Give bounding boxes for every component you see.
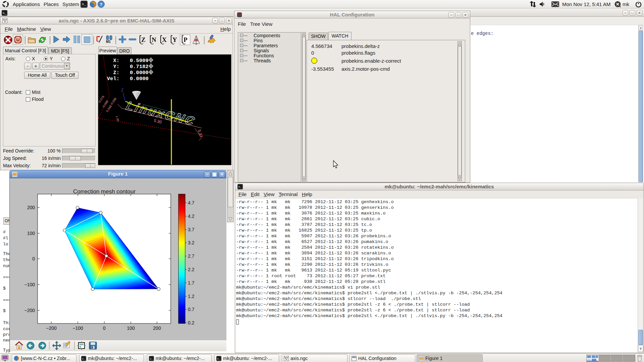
svg-text:−100: −100 — [72, 325, 83, 331]
svg-text:3.7: 3.7 — [188, 227, 195, 232]
svg-text:?: ? — [100, 2, 103, 7]
svg-text:5.37: 5.37 — [197, 129, 204, 138]
svg-text:0.0000: 0.0000 — [130, 70, 149, 76]
svg-text:−200: −200 — [24, 308, 35, 313]
svg-text:0.2: 0.2 — [188, 320, 195, 325]
svg-text:−200: −200 — [46, 325, 57, 331]
svg-text:2.7: 2.7 — [188, 253, 195, 259]
svg-text:0.7182: 0.7182 — [130, 64, 149, 70]
svg-text:P: P — [183, 36, 187, 43]
svg-text:Z: Z — [141, 36, 146, 43]
svg-text:X: X — [162, 36, 167, 43]
svg-text:>_: >_ — [238, 185, 242, 188]
svg-text:100: 100 — [27, 231, 35, 236]
svg-text:M1: M1 — [106, 40, 111, 44]
svg-text:Z: Z — [121, 88, 123, 93]
svg-text:Correction mesh contour: Correction mesh contour — [73, 188, 136, 195]
svg-text:0.5009: 0.5009 — [130, 58, 149, 64]
svg-text:Y: Y — [172, 36, 177, 43]
svg-text:−100: −100 — [24, 282, 35, 287]
svg-text:2.2: 2.2 — [188, 267, 195, 272]
svg-text:0.0000: 0.0000 — [130, 76, 149, 82]
svg-text:0: 0 — [32, 256, 35, 261]
svg-text:>_: >_ — [217, 358, 221, 360]
svg-text:4.7: 4.7 — [188, 200, 195, 205]
svg-text:100: 100 — [127, 325, 135, 331]
svg-text:>_: >_ — [3, 12, 6, 15]
svg-text:0: 0 — [103, 325, 106, 331]
svg-text:N: N — [152, 36, 156, 43]
svg-text:>_: >_ — [82, 3, 86, 6]
svg-text:>_: >_ — [82, 358, 86, 360]
svg-text:4.2: 4.2 — [188, 214, 195, 219]
svg-text:X:: X: — [113, 58, 119, 64]
svg-text:200: 200 — [153, 325, 161, 331]
svg-text:200: 200 — [27, 205, 35, 210]
svg-text:1.00: 1.00 — [115, 115, 120, 122]
svg-text:1.7: 1.7 — [188, 280, 195, 286]
svg-text:0.7: 0.7 — [188, 307, 195, 312]
svg-text:1.2: 1.2 — [188, 294, 195, 299]
svg-text:-0.088: -0.088 — [109, 97, 117, 106]
svg-text:Vel:: Vel: — [107, 76, 119, 82]
svg-text:3.2: 3.2 — [188, 240, 195, 245]
svg-text:Z:: Z: — [113, 70, 119, 76]
svg-text:>_: >_ — [150, 358, 153, 360]
svg-text:Y:: Y: — [113, 64, 119, 70]
